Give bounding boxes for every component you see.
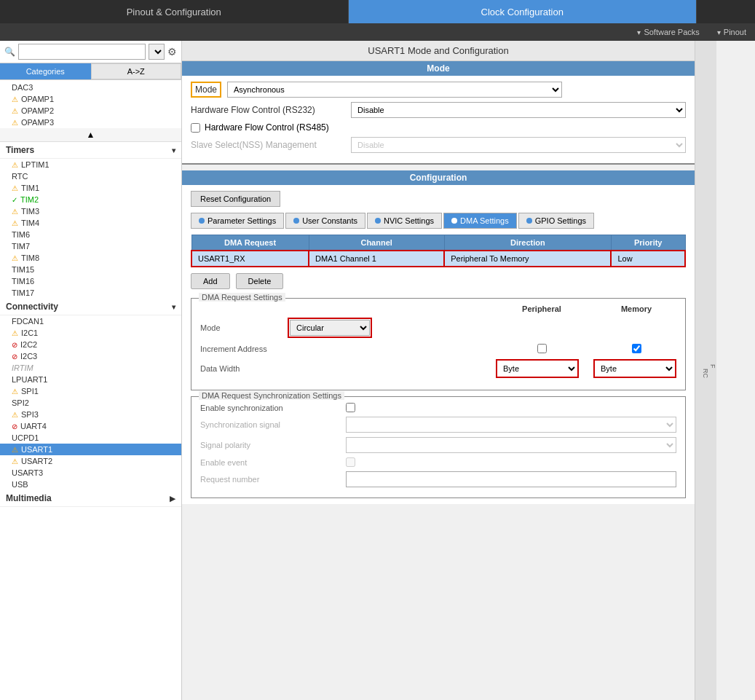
- software-packs-btn[interactable]: ▾ Software Packs: [628, 28, 708, 36]
- sidebar-item-dac3[interactable]: DAC3: [0, 82, 181, 93]
- pinout-btn[interactable]: ▾ Pinout: [708, 28, 755, 36]
- tab-clock[interactable]: Clock Configuration: [349, 0, 697, 23]
- sync-signal-select[interactable]: [346, 417, 676, 433]
- signal-polarity-select[interactable]: [346, 437, 676, 453]
- sync-signal-row: Synchronization signal: [200, 417, 676, 433]
- sidebar-item-tim16[interactable]: TIM16: [0, 275, 181, 287]
- hw-flow-rs232-label: Hardware Flow Control (RS232): [191, 105, 351, 115]
- sidebar-item-lpuart1[interactable]: LPUART1: [0, 374, 181, 385]
- config-tabs: Parameter Settings User Constants NVIC S…: [191, 213, 686, 229]
- sidebar-item-tim6[interactable]: TIM6: [0, 229, 181, 240]
- mode-body: Mode Asynchronous Hardware Flow Control …: [182, 76, 695, 163]
- enable-event-label: Enable event: [200, 458, 346, 467]
- sidebar-item-opamp2[interactable]: ⚠ OPAMP2: [0, 105, 181, 117]
- tab-nvic-settings[interactable]: NVIC Settings: [367, 213, 442, 229]
- sidebar-item-i2c2[interactable]: ⊘ I2C2: [0, 339, 181, 350]
- warn-icon: ⚠: [12, 161, 18, 169]
- sidebar-item-usart1[interactable]: ⚠ USART1: [0, 444, 181, 455]
- sidebar-item-uart4[interactable]: ⊘ UART4: [0, 420, 181, 432]
- request-number-input[interactable]: [346, 471, 676, 487]
- enable-event-checkbox[interactable]: [346, 457, 355, 467]
- sidebar-item-tim8[interactable]: ⚠ TIM8: [0, 252, 181, 264]
- warn-icon: ⚠: [12, 208, 18, 216]
- tab-gpio-settings[interactable]: GPIO Settings: [518, 213, 594, 229]
- warn-icon: ⚠: [12, 457, 18, 465]
- dma-table: DMA Request Channel Direction Priority: [191, 235, 686, 267]
- sidebar-item-tim1[interactable]: ⚠ TIM1: [0, 182, 181, 194]
- dma-sync-settings-label: DMA Request Synchronization Settings: [199, 391, 344, 400]
- search-dropdown[interactable]: [149, 44, 165, 60]
- delete-button[interactable]: Delete: [236, 273, 284, 289]
- add-button[interactable]: Add: [191, 273, 230, 289]
- sidebar-item-i2c1[interactable]: ⚠ I2C1: [0, 327, 181, 339]
- chevron-icon: ▾: [172, 146, 175, 154]
- peripheral-data-width-select[interactable]: Byte Half Word Word: [497, 361, 577, 377]
- slave-select-row: Slave Select(NSS) Management Disable: [191, 137, 686, 153]
- tab-pinout[interactable]: Pinout & Configuration: [0, 0, 349, 23]
- sidebar-item-tim15[interactable]: TIM15: [0, 264, 181, 275]
- slave-select-select[interactable]: Disable: [351, 137, 686, 153]
- cell-request: USART1_RX: [191, 251, 309, 267]
- sidebar-item-lptim1[interactable]: ⚠ LPTIM1: [0, 159, 181, 170]
- gear-icon[interactable]: ⚙: [167, 46, 177, 58]
- sidebar-item-usb[interactable]: USB: [0, 479, 181, 490]
- mode-dropdown[interactable]: Circular Normal: [290, 320, 370, 336]
- mode-select[interactable]: Asynchronous: [227, 82, 562, 98]
- sidebar-item-spi2[interactable]: SPI2: [0, 397, 181, 409]
- memory-data-width-container: Byte Half Word Word: [593, 359, 676, 378]
- action-buttons: Add Delete: [191, 273, 686, 289]
- err-icon: ⊘: [12, 341, 17, 349]
- table-row[interactable]: USART1_RX DMA1 Channel 1 Peripheral To M…: [191, 251, 685, 267]
- warn-icon: ⚠: [12, 446, 18, 454]
- peripheral-checkbox-container: [502, 344, 582, 353]
- section-connectivity[interactable]: Connectivity ▾: [0, 299, 181, 315]
- sidebar-item-opamp1[interactable]: ⚠ OPAMP1: [0, 93, 181, 105]
- reset-config-button[interactable]: Reset Configuration: [191, 191, 280, 207]
- sidebar-item-irtim[interactable]: IRTIM: [0, 362, 181, 374]
- sidebar-item-tim4[interactable]: ⚠ TIM4: [0, 217, 181, 229]
- warn-icon: ⚠: [12, 119, 18, 127]
- tab-user-constants[interactable]: User Constants: [285, 213, 365, 229]
- tab-categories[interactable]: Categories: [0, 63, 91, 79]
- peripheral-col-header: Peripheral: [502, 304, 582, 313]
- sidebar-item-spi1[interactable]: ⚠ SPI1: [0, 385, 181, 397]
- tab-az[interactable]: A->Z: [91, 63, 182, 79]
- tab-dma-settings[interactable]: DMA Settings: [443, 213, 517, 229]
- sidebar-item-ucpd1[interactable]: UCPD1: [0, 432, 181, 444]
- section-timers[interactable]: Timers ▾: [0, 142, 181, 159]
- sidebar: 🔍 ⚙ Categories A->Z DAC3 ⚠ OPAMP1 ⚠: [0, 41, 182, 700]
- sidebar-item-spi3[interactable]: ⚠ SPI3: [0, 409, 181, 420]
- err-icon: ⊘: [12, 422, 17, 430]
- timers-scroll-up[interactable]: ▲: [0, 128, 181, 142]
- cell-priority: Low: [611, 251, 685, 267]
- enable-sync-checkbox[interactable]: [346, 403, 355, 412]
- tab-parameter-settings[interactable]: Parameter Settings: [191, 213, 284, 229]
- mode-settings-row: Mode Circular Normal: [200, 318, 676, 338]
- mode-select-container: Circular Normal: [288, 318, 372, 338]
- hw-flow-rs232-select[interactable]: Disable: [351, 102, 686, 118]
- peripheral-increment-checkbox[interactable]: [537, 344, 547, 353]
- col-header-channel: Channel: [309, 235, 444, 251]
- sidebar-item-i2c3[interactable]: ⊘ I2C3: [0, 350, 181, 362]
- warn-icon: ⚠: [12, 329, 18, 337]
- hw-flow-rs485-checkbox[interactable]: [191, 123, 200, 133]
- panel-container: USART1 Mode and Configuration Mode Mode …: [182, 41, 716, 700]
- sidebar-item-tim7[interactable]: TIM7: [0, 240, 181, 252]
- peripheral-data-width-container: Byte Half Word Word: [496, 359, 579, 378]
- right-side-panel: F RC: [695, 41, 716, 700]
- sidebar-item-tim17[interactable]: TIM17: [0, 287, 181, 299]
- sidebar-item-tim2[interactable]: ✓ TIM2: [0, 194, 181, 205]
- sidebar-item-fdcan1[interactable]: FDCAN1: [0, 315, 181, 327]
- memory-increment-checkbox[interactable]: [632, 344, 641, 353]
- sidebar-item-usart3[interactable]: USART3: [0, 467, 181, 479]
- memory-data-width-select[interactable]: Byte Half Word Word: [595, 361, 675, 377]
- search-input[interactable]: [18, 44, 146, 60]
- sidebar-item-usart2[interactable]: ⚠ USART2: [0, 455, 181, 467]
- enable-sync-label: Enable synchronization: [200, 404, 346, 412]
- mode-settings-label: Mode: [200, 323, 288, 332]
- warn-icon: ⚠: [12, 254, 18, 262]
- section-multimedia[interactable]: Multimedia ▶: [0, 490, 181, 507]
- sidebar-item-tim3[interactable]: ⚠ TIM3: [0, 205, 181, 217]
- sidebar-item-rtc[interactable]: RTC: [0, 170, 181, 182]
- sidebar-item-opamp3[interactable]: ⚠ OPAMP3: [0, 117, 181, 128]
